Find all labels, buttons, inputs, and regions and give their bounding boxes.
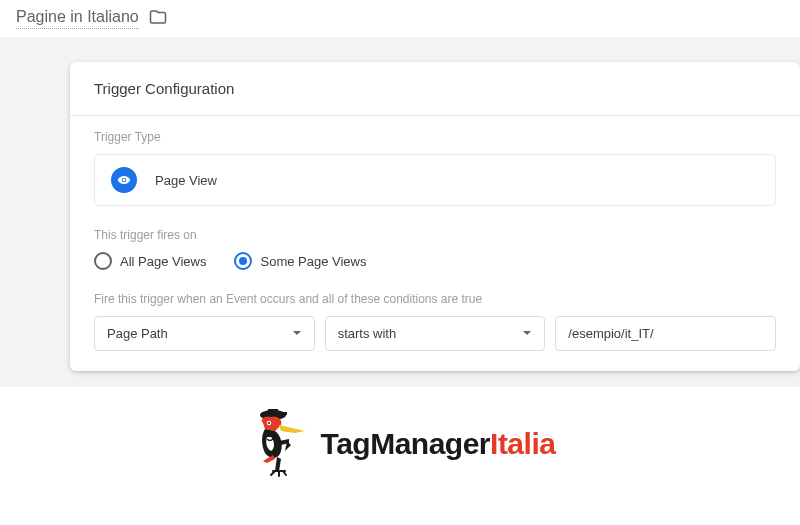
logo-text-part1: TagManager (321, 427, 490, 460)
condition-variable-value: Page Path (107, 326, 168, 341)
logo-text: TagManagerItalia (321, 427, 556, 461)
trigger-type-label: Trigger Type (94, 130, 776, 144)
condition-operator-select[interactable]: starts with (325, 316, 546, 351)
condition-row: Page Path starts with /esempio/it_IT/ (94, 316, 776, 351)
fires-on-radio-group: All Page Views Some Page Views (94, 252, 776, 270)
chevron-down-icon (522, 326, 532, 341)
condition-value-text: /esempio/it_IT/ (568, 326, 653, 341)
radio-unchecked-icon (94, 252, 112, 270)
logo-text-part2: Italia (490, 427, 555, 460)
card-body: Trigger Type Page View This trigger fire… (70, 116, 800, 351)
svg-rect-2 (281, 412, 287, 415)
footer-logo: TagManagerItalia (0, 387, 800, 483)
eye-icon (111, 167, 137, 193)
radio-checked-icon (234, 252, 252, 270)
condition-help-label: Fire this trigger when an Event occurs a… (94, 292, 776, 306)
radio-some-label: Some Page Views (260, 254, 366, 269)
trigger-type-selector[interactable]: Page View (94, 154, 776, 206)
condition-variable-select[interactable]: Page Path (94, 316, 315, 351)
radio-all-page-views[interactable]: All Page Views (94, 252, 206, 270)
condition-value-input[interactable]: /esempio/it_IT/ (555, 316, 776, 351)
chevron-down-icon (292, 326, 302, 341)
page-header: Pagine in Italiano (0, 0, 800, 37)
content-area: Trigger Configuration Trigger Type Page … (0, 37, 800, 387)
radio-all-label: All Page Views (120, 254, 206, 269)
condition-operator-value: starts with (338, 326, 397, 341)
trigger-type-name: Page View (155, 173, 217, 188)
trigger-name-input[interactable]: Pagine in Italiano (16, 8, 139, 29)
fires-on-label: This trigger fires on (94, 228, 776, 242)
card-heading: Trigger Configuration (70, 62, 800, 116)
trigger-config-card: Trigger Configuration Trigger Type Page … (70, 62, 800, 371)
radio-some-page-views[interactable]: Some Page Views (234, 252, 366, 270)
svg-point-4 (268, 422, 270, 424)
svg-rect-1 (268, 409, 278, 417)
woodpecker-icon (245, 405, 317, 483)
folder-icon[interactable] (149, 8, 167, 29)
